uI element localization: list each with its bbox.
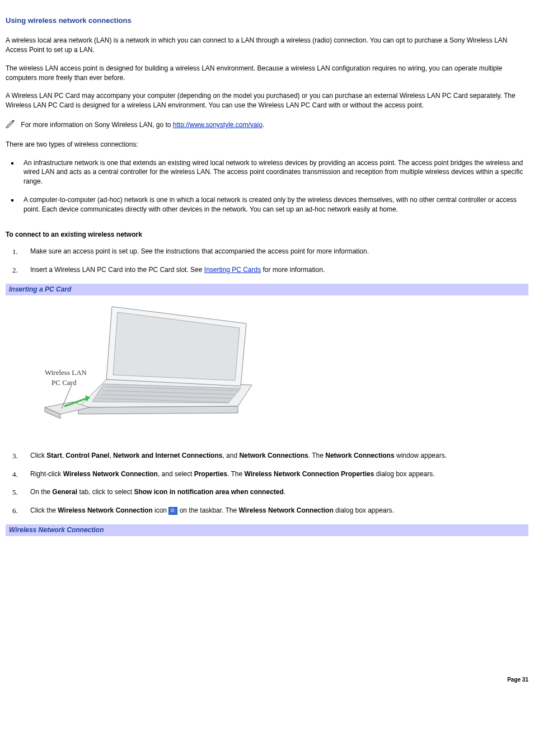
figure-dialog-placeholder xyxy=(6,536,528,670)
note-text-post: . xyxy=(263,121,264,129)
paragraph: A wireless local area network (LAN) is a… xyxy=(6,36,528,55)
bold-term: Start xyxy=(46,452,62,459)
list-item: On the General tab, click to select Show… xyxy=(28,487,528,497)
step-text: , and select xyxy=(158,470,194,478)
step-text: . xyxy=(284,488,285,496)
step-text: for more information. xyxy=(261,266,325,274)
svg-marker-1 xyxy=(78,406,238,414)
step-text: dialog box appears. xyxy=(374,470,434,478)
figure-label-2: PC Card xyxy=(51,378,77,387)
figure-label-1: Wireless LAN xyxy=(45,368,87,377)
list-item: Insert a Wireless LAN PC Card into the P… xyxy=(28,265,528,275)
step-text: tab, click to select xyxy=(77,488,134,496)
sonystyle-link[interactable]: http://www.sonystyle.com/vaio xyxy=(173,121,263,129)
note-text-pre: For more information on Sony Wireless LA… xyxy=(21,121,172,129)
list-item: A computer-to-computer (ad-hoc) network … xyxy=(19,195,528,214)
bold-term: Wireless Network Connection xyxy=(63,470,158,478)
bold-term: Network Connections xyxy=(239,452,308,459)
pencil-note-icon xyxy=(6,119,17,131)
paragraph: A Wireless LAN PC Card may accompany you… xyxy=(6,91,528,110)
list-item: Click the Wireless Network Connection ic… xyxy=(28,506,528,515)
step-text: . The xyxy=(308,452,325,459)
step-text: Right-click xyxy=(30,470,63,478)
bold-term: Network and Internet Connections xyxy=(113,452,222,459)
bold-term: Show icon in notification area when conn… xyxy=(134,488,283,496)
section-title: Using wireless network connections xyxy=(6,16,528,26)
list-item: Click Start, Control Panel, Network and … xyxy=(28,451,528,461)
step-text: on the taskbar. The xyxy=(177,506,238,514)
list-item: An infrastructure network is one that ex… xyxy=(19,158,528,186)
wireless-taskbar-icon xyxy=(168,507,177,515)
step-text: Insert a Wireless LAN PC Card into the P… xyxy=(30,266,204,274)
bullet-list: An infrastructure network is one that ex… xyxy=(6,158,528,214)
step-text: . The xyxy=(227,470,244,478)
step-text: window appears. xyxy=(395,452,447,459)
procedure-heading: To connect to an existing wireless netwo… xyxy=(6,230,528,240)
step-text: Click xyxy=(30,452,46,459)
bold-term: Network Connections xyxy=(325,452,394,459)
procedure-list-cont: Click Start, Control Panel, Network and … xyxy=(6,451,528,515)
figure-laptop-pccard: Wireless LAN PC Card xyxy=(6,295,528,435)
bold-term: Control Panel xyxy=(65,452,109,459)
step-text: On the xyxy=(30,488,52,496)
bold-term: Wireless Network Connection Properties xyxy=(245,470,374,478)
list-item: Make sure an access point is set up. See… xyxy=(28,247,528,256)
note-paragraph: For more information on Sony Wireless LA… xyxy=(6,119,528,131)
bold-term: Wireless Network Connection xyxy=(239,506,334,514)
paragraph: There are two types of wireless connecti… xyxy=(6,140,528,149)
bold-term: Wireless Network Connection xyxy=(58,506,152,514)
step-text: dialog box appears. xyxy=(334,506,394,514)
page-number: Page 31 xyxy=(6,676,528,684)
inserting-pc-cards-link[interactable]: Inserting PC Cards xyxy=(204,266,261,274)
figure-caption: Inserting a PC Card xyxy=(6,284,528,295)
step-text: Click the xyxy=(30,506,58,514)
bold-term: General xyxy=(52,488,77,496)
figure-caption: Wireless Network Connection xyxy=(6,524,528,536)
procedure-list: Make sure an access point is set up. See… xyxy=(6,247,528,275)
bold-term: Properties xyxy=(194,470,227,478)
list-item: Right-click Wireless Network Connection,… xyxy=(28,469,528,479)
step-text: icon xyxy=(153,506,169,514)
paragraph: The wireless LAN access point is designe… xyxy=(6,64,528,83)
step-text: , and xyxy=(222,452,239,459)
